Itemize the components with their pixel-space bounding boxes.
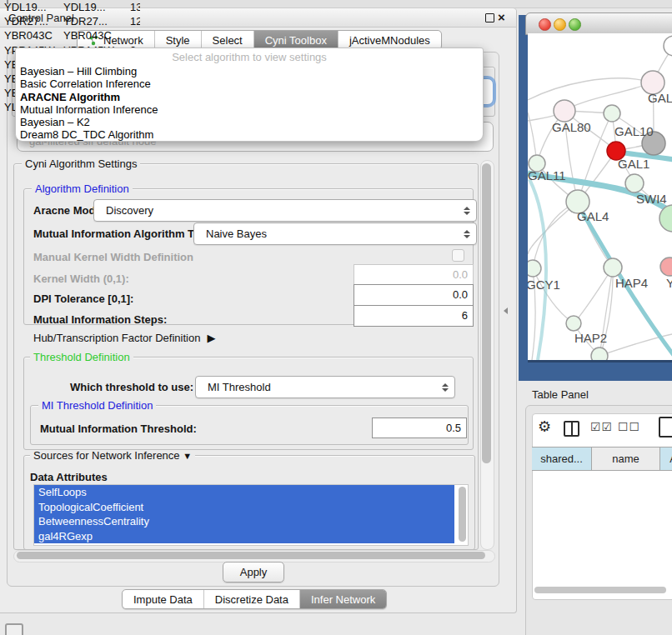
tab-style[interactable]: Style [154, 31, 201, 49]
node-label: GCY1 [528, 278, 560, 292]
float-window-icon[interactable] [485, 13, 494, 22]
list-item[interactable]: SelfLoops [34, 485, 454, 500]
manual-kernel-checkbox[interactable] [452, 249, 464, 262]
node-label: GAL80 [552, 120, 591, 134]
algorithm-option-highlighted[interactable]: ARACNE Algorithm [16, 91, 483, 103]
apply-button[interactable]: Apply [223, 562, 284, 582]
algorithm-option[interactable]: Dream8 DC_TDC Algorithm [16, 128, 483, 141]
mi-steps-label: Mutual Information Steps: [33, 313, 167, 326]
table-row[interactable]: YDL19...YDL19...13 [0, 0, 140, 14]
settings-vertical-scrollbar-thumb[interactable] [482, 163, 491, 463]
hub-definition-toggle[interactable]: Hub/Transcription Factor Definition ▶ [33, 332, 215, 344]
aracne-mode-combobox[interactable]: Discovery [93, 199, 477, 222]
list-item[interactable]: gal4RGexp [34, 529, 454, 544]
mi-threshold-field[interactable]: 0.5 [372, 418, 467, 438]
stepper-arrows-icon [441, 383, 449, 392]
tab-cyni-toolbox[interactable]: Cyni Toolbox [253, 31, 338, 49]
threshold-definition-title: Threshold Definition [30, 352, 133, 362]
mi-type-combobox[interactable]: Naive Bayes [193, 222, 477, 245]
node-large-green[interactable] [659, 205, 672, 232]
close-traffic-light-icon[interactable] [539, 18, 551, 31]
splitpane-collapse-icon[interactable] [504, 308, 508, 314]
column-header-shared-name[interactable]: shared... [532, 447, 592, 471]
algorithm-definition-title: Algorithm Definition [32, 183, 133, 194]
settings-horizontal-scrollbar-thumb[interactable] [17, 552, 485, 559]
table-panel-title: Table Panel [532, 388, 589, 401]
network-window-titlebar[interactable] [525, 12, 672, 35]
algorithm-option[interactable]: Bayesian – K2 [16, 116, 483, 128]
node-hap4[interactable] [604, 258, 622, 277]
sources-toggle[interactable]: Sources for Network Inference ▼ [30, 450, 195, 462]
dpi-tolerance-label: DPI Tolerance [0,1]: [33, 292, 133, 305]
tab-select[interactable]: Select [201, 31, 253, 49]
tab-jactivemnodules[interactable]: jActiveMNodules [338, 31, 441, 49]
collapse-down-icon: ▼ [183, 451, 192, 461]
data-attributes-list[interactable]: SelfLoops TopologicalCoefficient Between… [33, 484, 469, 546]
node-label: SWI4 [636, 192, 667, 206]
deselect-all-columns-icon[interactable]: ☐☐ [618, 420, 640, 433]
node-label: GAL10 [614, 124, 654, 138]
algorithm-dropdown-popup: Select algorithm to view settings Bayesi… [15, 48, 484, 142]
algorithm-option[interactable]: Mutual Information Inference [16, 103, 483, 116]
mi-type-label: Mutual Information Algorithm Type: [33, 228, 216, 240]
data-attributes-label: Data Attributes [30, 471, 108, 483]
which-threshold-value: MI Threshold [208, 381, 441, 393]
algorithm-option[interactable]: Basic Correlation Inference [16, 78, 483, 90]
cyni-algorithm-settings-title: Cyni Algorithm Settings [22, 158, 140, 169]
stepper-arrows-icon [463, 230, 470, 238]
aracne-mode-value: Discovery [106, 204, 463, 217]
column-header-name[interactable]: name [592, 447, 660, 471]
mi-threshold-label: Mutual Information Threshold: [40, 422, 197, 435]
algorithm-dropdown-placeholder: Select algorithm to view settings [16, 48, 483, 65]
list-scrollbar-thumb[interactable] [459, 487, 466, 542]
table-row[interactable]: YDR27...YDR27...12 [0, 14, 140, 28]
screen: Control Panel × Network Style Select Cyn… [0, 0, 672, 635]
stepper-arrows-icon [463, 207, 470, 215]
tab-impute-data[interactable]: Impute Data [123, 590, 203, 608]
manual-kernel-label: Manual Kernel Width Definition [33, 251, 193, 263]
close-icon[interactable]: × [498, 10, 505, 24]
node[interactable] [664, 36, 672, 56]
node-label: Y [666, 276, 672, 290]
table-horizontal-scrollbar[interactable] [534, 587, 666, 593]
table-row[interactable]: YBR043CYBR043C [0, 28, 140, 42]
node-label: HAP4 [615, 276, 648, 290]
node-gal10[interactable] [604, 105, 620, 122]
gear-icon[interactable]: ⚙ [538, 418, 551, 436]
new-table-icon[interactable] [659, 417, 672, 438]
node-label: GAL1 [618, 157, 649, 171]
which-threshold-label: Which threshold to use: [70, 381, 193, 393]
zoom-traffic-light-icon[interactable] [569, 18, 581, 31]
column-layout-icon[interactable] [564, 421, 579, 437]
node-swi4[interactable] [625, 174, 644, 192]
list-item[interactable]: BetweennessCentrality [34, 514, 454, 529]
node-label: GAL11 [528, 168, 566, 182]
sources-title: Sources for Network Inference [33, 449, 180, 462]
tab-infer-network[interactable]: Infer Network [299, 590, 386, 608]
docked-panel-icon[interactable] [5, 623, 23, 635]
node[interactable] [591, 348, 608, 360]
algorithm-option[interactable]: Bayesian – Hill Climbing [16, 65, 483, 78]
node-hap2[interactable] [566, 316, 581, 331]
kernel-width-label: Kernel Width (0,1): [33, 272, 129, 285]
node-gal80[interactable] [554, 100, 575, 122]
mi-type-value: Naive Bayes [206, 228, 463, 240]
mi-threshold-title: MI Threshold Definition [38, 400, 156, 411]
network-view-canvas[interactable]: GAL GAL80 GAL10 GAL1 GAL11 SWI4 GAL4 GCY… [528, 33, 672, 360]
node-salmon[interactable] [660, 258, 672, 276]
cyni-bottom-tabs: Impute Data Discretize Data Infer Networ… [122, 589, 387, 609]
minimize-traffic-light-icon[interactable] [554, 18, 566, 31]
dpi-tolerance-field[interactable]: 0.0 [354, 284, 474, 306]
frame-shadow [528, 360, 672, 362]
select-all-columns-icon[interactable]: ☑☑ [590, 420, 613, 433]
tab-discretize-data[interactable]: Discretize Data [203, 590, 299, 608]
node-label: HAP2 [574, 331, 607, 345]
expand-right-icon: ▶ [207, 332, 215, 344]
which-threshold-combobox[interactable]: MI Threshold [195, 376, 455, 398]
kernel-width-field[interactable]: 0.0 [354, 264, 474, 286]
node-gcy1[interactable] [528, 260, 541, 277]
mi-steps-field[interactable]: 6 [354, 305, 474, 327]
column-header-partial[interactable]: A [660, 447, 672, 471]
table-panel-body [532, 413, 672, 600]
list-item[interactable]: TopologicalCoefficient [34, 500, 454, 515]
